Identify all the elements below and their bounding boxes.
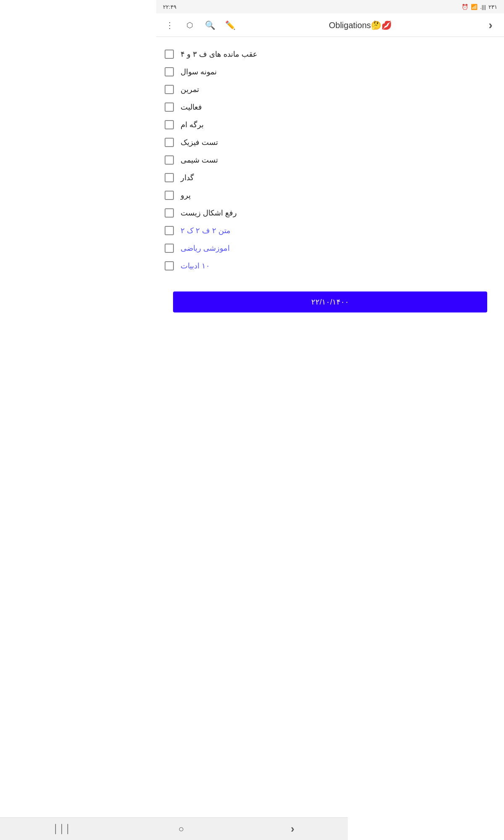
checklist-item[interactable]: تست شیمی	[165, 151, 487, 169]
checklist-item-label: متن ۲ ف ۲ ک ۲	[181, 226, 231, 235]
checklist-checkbox[interactable]	[165, 173, 174, 182]
checklist-item[interactable]: ۱۰ ادبیات	[165, 257, 487, 275]
checklist-item[interactable]: تمرین	[165, 81, 487, 98]
checklist-item[interactable]: برگه ام	[165, 116, 487, 134]
checklist-item[interactable]: پرو	[165, 186, 487, 204]
checklist-checkbox[interactable]	[165, 208, 174, 218]
status-bar: ۲۳۱ |||. 📶 ⏰ ۲۲:۴۹	[156, 0, 504, 13]
status-bar-left: ۲۳۱ |||. 📶 ⏰	[462, 4, 497, 10]
app-bar-actions-left: ⋮ ⬡ 🔍 ✏️	[161, 17, 239, 34]
next-icon[interactable]: ›	[482, 17, 499, 34]
checklist-item[interactable]: عقب مانده های ف ۳ و ۴	[165, 45, 487, 63]
app-bar: ⋮ ⬡ 🔍 ✏️ Obligations🤔💋 ›	[156, 13, 504, 37]
checklist: عقب مانده های ف ۳ و ۴نمونه سوالتمرینفعال…	[156, 37, 504, 283]
checklist-checkbox[interactable]	[165, 226, 174, 235]
checklist-checkbox[interactable]	[165, 138, 174, 147]
checklist-item-label: فعالیت	[181, 102, 202, 112]
checklist-item[interactable]: اموزشی ریاضی	[165, 239, 487, 257]
status-bars: |||.	[480, 4, 486, 10]
checklist-item-label: تست فیزیک	[181, 138, 218, 147]
checklist-item-label: برگه ام	[181, 120, 204, 129]
checklist-checkbox[interactable]	[165, 261, 174, 270]
checklist-item-label: نمونه سوال	[181, 67, 217, 76]
checklist-item-label: عقب مانده های ف ۳ و ۴	[181, 50, 257, 59]
checklist-checkbox[interactable]	[165, 67, 174, 76]
checklist-item[interactable]: گدار	[165, 169, 487, 186]
checklist-checkbox[interactable]	[165, 85, 174, 94]
checklist-item[interactable]: نمونه سوال	[165, 63, 487, 81]
status-clock: ۲۲:۴۹	[163, 4, 176, 10]
three-dots-icon[interactable]: ⋮	[161, 17, 178, 34]
status-signal: ۲۳۱	[488, 4, 497, 10]
checklist-item[interactable]: فعالیت	[165, 98, 487, 116]
checklist-checkbox[interactable]	[165, 155, 174, 165]
checklist-checkbox[interactable]	[165, 50, 174, 59]
checklist-item-label: ۱۰ ادبیات	[181, 261, 210, 270]
checklist-item-label: گدار	[181, 173, 194, 182]
checklist-checkbox[interactable]	[165, 102, 174, 112]
status-bar-right: ۲۲:۴۹	[163, 4, 176, 10]
checklist-item-label: اموزشی ریاضی	[181, 244, 230, 253]
checklist-item[interactable]: متن ۲ ف ۲ ک ۲	[165, 222, 487, 239]
share-icon[interactable]: ⬡	[181, 17, 198, 34]
checklist-item-label: رفع اشکال زیست	[181, 208, 237, 218]
checklist-checkbox[interactable]	[165, 244, 174, 253]
search-icon[interactable]: 🔍	[202, 17, 218, 34]
checklist-item-label: تمرین	[181, 85, 199, 94]
checklist-item-label: تست شیمی	[181, 155, 218, 165]
checklist-item[interactable]: رفع اشکال زیست	[165, 204, 487, 222]
app-bar-title: Obligations🤔💋	[239, 20, 482, 30]
date-banner: ۲۲/۱۰/۱۴۰۰	[173, 291, 487, 312]
checklist-checkbox[interactable]	[165, 191, 174, 200]
checklist-checkbox[interactable]	[165, 120, 174, 129]
status-alarm: ⏰	[462, 4, 468, 10]
checklist-item[interactable]: تست فیزیک	[165, 134, 487, 151]
status-wifi: 📶	[471, 4, 478, 10]
app-bar-actions-right: ›	[482, 17, 499, 34]
checklist-item-label: پرو	[181, 191, 191, 200]
edit-icon[interactable]: ✏️	[222, 17, 239, 34]
